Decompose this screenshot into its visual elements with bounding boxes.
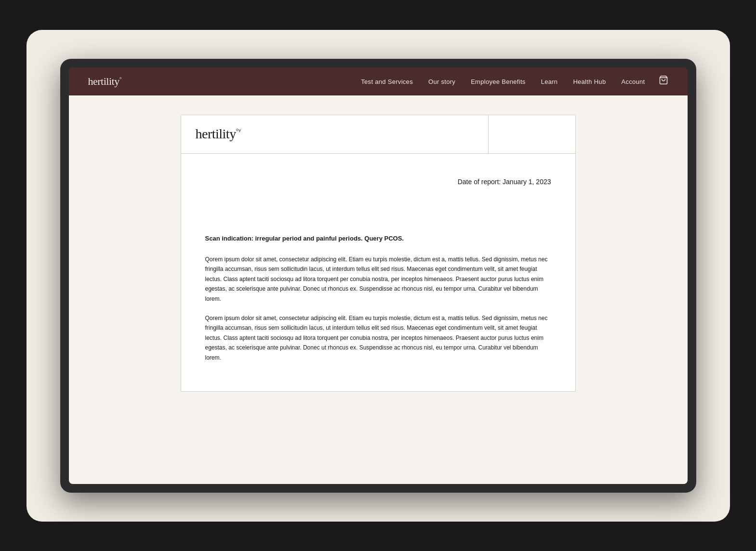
nav-item-employee-benefits[interactable]: Employee Benefits	[471, 77, 526, 86]
nav-item-health-hub[interactable]: Health Hub	[573, 77, 606, 86]
nav-item-account[interactable]: Account	[621, 77, 645, 86]
nav-item-learn[interactable]: Learn	[541, 77, 558, 86]
nav-link-learn[interactable]: Learn	[541, 78, 558, 85]
report-paragraph-2: Qorem ipsum dolor sit amet, consectetur …	[205, 313, 551, 363]
nav-link-test-services[interactable]: Test and Services	[361, 78, 413, 85]
logo-text: hertility	[88, 75, 119, 87]
report-logo: hertility°ʸ	[196, 126, 241, 142]
main-content: hertility°ʸ Date of report: January 1, 2…	[69, 95, 688, 484]
tablet-screen: hertility° Test and Services Our story E…	[69, 67, 688, 484]
nav-links-list: Test and Services Our story Employee Ben…	[361, 77, 645, 86]
logo-sup: °	[119, 75, 121, 82]
navigation-bar: hertility° Test and Services Our story E…	[69, 67, 688, 95]
report-body: Date of report: January 1, 2023 Scan ind…	[181, 154, 575, 391]
nav-link-our-story[interactable]: Our story	[428, 78, 455, 85]
report-date: Date of report: January 1, 2023	[205, 178, 551, 186]
scan-indication: Scan indication: irregular period and pa…	[205, 234, 551, 243]
outer-background: hertility° Test and Services Our story E…	[27, 30, 730, 522]
nav-item-our-story[interactable]: Our story	[428, 77, 455, 86]
nav-link-health-hub[interactable]: Health Hub	[573, 78, 606, 85]
report-header-logo-section: hertility°ʸ	[181, 115, 489, 153]
report-container: hertility°ʸ Date of report: January 1, 2…	[181, 115, 576, 392]
tablet-frame: hertility° Test and Services Our story E…	[60, 59, 696, 493]
nav-link-employee-benefits[interactable]: Employee Benefits	[471, 78, 526, 85]
cart-icon[interactable]	[659, 75, 668, 87]
report-header: hertility°ʸ	[181, 115, 575, 154]
report-header-right	[489, 115, 575, 153]
brand-logo[interactable]: hertility°	[88, 75, 121, 88]
nav-item-test-services[interactable]: Test and Services	[361, 77, 413, 86]
nav-link-account[interactable]: Account	[621, 78, 645, 85]
report-paragraph-1: Qorem ipsum dolor sit amet, consectetur …	[205, 255, 551, 304]
report-logo-sup: °ʸ	[236, 128, 241, 135]
